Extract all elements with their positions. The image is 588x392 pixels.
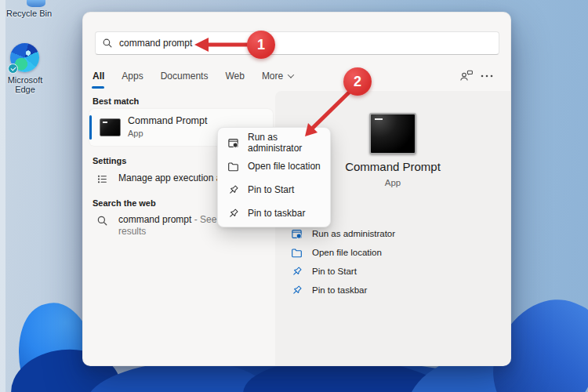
pin-icon <box>227 208 239 220</box>
menu-item-pin-to-start[interactable]: Pin to Start <box>218 178 330 201</box>
recycle-bin-label[interactable]: Recycle Bin <box>2 9 56 18</box>
desktop: Recycle Bin Microsoft Edge Command Promp… <box>0 0 588 392</box>
chevron-down-icon <box>288 71 294 78</box>
search-icon <box>102 38 113 49</box>
active-tab-underline <box>92 86 104 89</box>
pin-icon <box>227 184 239 196</box>
edge-check-badge <box>8 64 18 74</box>
context-menu: Run as administrator Open file location … <box>217 127 331 227</box>
tab-all[interactable]: All <box>93 71 104 82</box>
search-query-text: command prompt <box>119 38 192 49</box>
preview-actions: Run as administrator Open file location … <box>275 224 510 299</box>
folder-icon <box>291 247 303 259</box>
tab-documents[interactable]: Documents <box>161 71 209 82</box>
app-execution-aliases-icon <box>96 173 108 185</box>
menu-item-label: Pin to taskbar <box>248 208 305 219</box>
preview-action-pin-to-taskbar[interactable]: Pin to taskbar <box>275 281 510 299</box>
microsoft-edge-icon[interactable] <box>10 43 39 72</box>
settings-heading: Settings <box>93 156 126 165</box>
best-match-heading: Best match <box>93 96 139 106</box>
tab-apps[interactable]: Apps <box>122 71 143 82</box>
command-prompt-app-icon <box>369 113 416 154</box>
microsoft-edge-label[interactable]: Microsoft Edge <box>0 75 50 94</box>
tab-more[interactable]: More <box>262 71 293 82</box>
menu-item-label: Run as administrator <box>248 132 330 154</box>
screen-edge-strip <box>0 0 5 392</box>
recycle-bin-icon[interactable] <box>27 0 45 7</box>
run-as-administrator-icon <box>227 137 239 149</box>
run-as-administrator-icon <box>291 228 303 240</box>
pin-icon <box>291 266 303 278</box>
search-tabs: All Apps Documents Web More <box>93 71 293 82</box>
preview-action-pin-to-start[interactable]: Pin to Start <box>275 262 510 281</box>
menu-item-label: Pin to Start <box>248 184 294 195</box>
web-result-query: command prompt <box>118 214 191 225</box>
search-input[interactable]: command prompt <box>95 31 499 55</box>
folder-icon <box>227 161 239 172</box>
menu-item-pin-to-taskbar[interactable]: Pin to taskbar <box>218 201 330 225</box>
selection-accent-bar <box>89 115 92 140</box>
tab-more-label: More <box>262 71 283 82</box>
feedback-account-icon[interactable] <box>459 69 474 82</box>
pin-icon <box>291 285 303 296</box>
preview-action-label: Pin to taskbar <box>312 285 367 295</box>
preview-action-label: Open file location <box>312 248 382 257</box>
web-search-icon <box>96 215 108 227</box>
best-match-subtitle: App <box>128 129 143 138</box>
options-ellipsis-icon[interactable] <box>481 74 493 78</box>
command-prompt-icon-small <box>100 118 121 136</box>
preview-action-label: Run as administrator <box>312 229 395 238</box>
preview-action-label: Pin to Start <box>312 267 357 276</box>
menu-item-run-as-administrator[interactable]: Run as administrator <box>218 131 330 154</box>
menu-item-open-file-location[interactable]: Open file location <box>218 154 330 178</box>
preview-action-open-file-location[interactable]: Open file location <box>275 243 510 262</box>
tab-web[interactable]: Web <box>225 71 244 82</box>
search-the-web-heading: Search the web <box>93 198 156 208</box>
best-match-title: Command Prompt <box>128 115 207 126</box>
menu-item-label: Open file location <box>248 161 321 172</box>
